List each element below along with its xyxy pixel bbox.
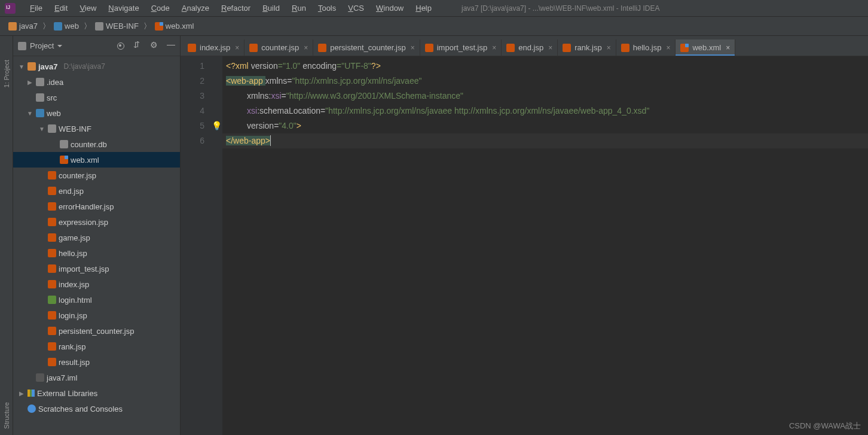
- menu-file[interactable]: File: [24, 1, 48, 15]
- tree-item-java7[interactable]: java7D:\java\java7: [13, 59, 180, 74]
- close-icon[interactable]: ×: [726, 44, 730, 52]
- tree-arrow-icon[interactable]: [18, 390, 25, 397]
- menu-tools[interactable]: Tools: [312, 1, 342, 15]
- jsp-icon: [318, 44, 326, 52]
- breadcrumb-item[interactable]: web.xml: [151, 20, 198, 32]
- jsp-icon: [425, 44, 433, 52]
- breadcrumb-item[interactable]: java7: [5, 20, 41, 32]
- editor-tab-hello-jsp[interactable]: hello.jsp×: [616, 39, 676, 56]
- chevron-down-icon[interactable]: [57, 45, 62, 50]
- close-icon[interactable]: ×: [607, 44, 611, 52]
- tree-item-end-jsp[interactable]: end.jsp: [13, 183, 180, 199]
- tree-item-external-libraries[interactable]: External Libraries: [13, 385, 180, 401]
- tree-item-errorhandler-jsp[interactable]: errorHandler.jsp: [13, 199, 180, 214]
- editor-tab-end-jsp[interactable]: end.jsp×: [502, 39, 558, 56]
- folder-gray-icon: [36, 78, 44, 86]
- tree-item-persistent_counter-jsp[interactable]: persistent_counter.jsp: [13, 323, 180, 339]
- editor-area: index.jsp×counter.jsp×persistent_counter…: [181, 36, 868, 435]
- close-icon[interactable]: ×: [666, 44, 670, 52]
- tree-item-counter-jsp[interactable]: counter.jsp: [13, 168, 180, 183]
- tree-item-web-inf[interactable]: WEB-INF: [13, 121, 180, 136]
- close-icon[interactable]: ×: [548, 44, 552, 52]
- menu-analyze[interactable]: Analyze: [176, 1, 215, 15]
- menu-bar: FileEditViewNavigateCodeAnalyzeRefactorB…: [0, 0, 868, 17]
- breadcrumb-item[interactable]: WEB-INF: [91, 20, 142, 32]
- jsp-icon: [48, 187, 56, 195]
- tree-item-java7-iml[interactable]: java7.iml: [13, 370, 180, 385]
- close-icon[interactable]: ×: [492, 44, 496, 52]
- editor-tab-import_test-jsp[interactable]: import_test.jsp×: [420, 39, 502, 56]
- tree-item--idea[interactable]: .idea: [13, 74, 180, 90]
- tree-item-hello-jsp[interactable]: hello.jsp: [13, 245, 180, 261]
- breadcrumb-item[interactable]: web: [50, 20, 82, 32]
- menu-view[interactable]: View: [74, 1, 102, 15]
- locate-icon[interactable]: [117, 42, 125, 50]
- tree-item-index-jsp[interactable]: index.jsp: [13, 276, 180, 292]
- tree-item-web[interactable]: web: [13, 105, 180, 121]
- close-icon[interactable]: ×: [235, 44, 239, 52]
- tool-window-bar-left: 1: Project Structure: [0, 36, 13, 435]
- project-tree[interactable]: java7D:\java\java7.ideasrcwebWEB-INFcoun…: [13, 56, 180, 435]
- db-icon: [60, 140, 68, 148]
- tree-arrow-icon[interactable]: [26, 110, 33, 117]
- folder-icon: [8, 22, 17, 31]
- project-view-icon: [18, 42, 26, 50]
- editor-tab-web-xml[interactable]: web.xml×: [676, 39, 735, 56]
- close-icon[interactable]: ×: [304, 44, 308, 52]
- editor-tab-rank-jsp[interactable]: rank.jsp×: [558, 39, 616, 56]
- intention-bulb-icon[interactable]: 💡: [210, 118, 222, 133]
- editor-tab-index-jsp[interactable]: index.jsp×: [183, 39, 244, 56]
- tree-item-counter-db[interactable]: counter.db: [13, 136, 180, 152]
- jsp-icon: [48, 358, 56, 366]
- editor-tab-counter-jsp[interactable]: counter.jsp×: [244, 39, 313, 56]
- jsp-icon: [48, 264, 56, 273]
- tool-tab-structure[interactable]: Structure: [3, 402, 10, 429]
- xml-icon: [155, 22, 163, 31]
- lib-icon: [27, 390, 35, 397]
- tree-item-login-html[interactable]: login.html: [13, 292, 180, 308]
- line-number-gutter: 123456: [181, 56, 210, 435]
- menu-vcs[interactable]: VCS: [342, 1, 370, 15]
- project-header: Project: [13, 36, 180, 56]
- gear-icon[interactable]: [150, 42, 158, 50]
- tree-item-web-xml[interactable]: web.xml: [13, 152, 180, 168]
- tree-item-src[interactable]: src: [13, 90, 180, 105]
- collapse-icon[interactable]: [133, 42, 142, 50]
- menu-edit[interactable]: Edit: [48, 1, 74, 15]
- tree-arrow-icon[interactable]: [18, 63, 25, 70]
- current-line-highlight: [222, 133, 868, 148]
- tree-item-game-jsp[interactable]: game.jsp: [13, 230, 180, 245]
- menu-code[interactable]: Code: [145, 1, 176, 15]
- tree-item-import_test-jsp[interactable]: import_test.jsp: [13, 261, 180, 276]
- jsp-icon: [48, 327, 56, 335]
- watermark: CSDN @WAWA战士: [789, 421, 861, 431]
- menu-window[interactable]: Window: [370, 1, 409, 15]
- menu-refactor[interactable]: Refactor: [215, 1, 256, 15]
- hide-icon[interactable]: [167, 42, 175, 50]
- html-icon: [48, 296, 56, 304]
- jsp-icon: [48, 202, 56, 211]
- menu-run[interactable]: Run: [286, 1, 312, 15]
- menu-build[interactable]: Build: [256, 1, 286, 15]
- close-icon[interactable]: ×: [411, 44, 415, 52]
- editor-tab-persistent_counter-jsp[interactable]: persistent_counter.jsp×: [313, 39, 420, 56]
- app-icon: [5, 3, 16, 14]
- tree-item-result-jsp[interactable]: result.jsp: [13, 354, 180, 370]
- tree-item-expression-jsp[interactable]: expression.jsp: [13, 214, 180, 230]
- iml-icon: [36, 373, 44, 382]
- tool-tab-project[interactable]: 1: Project: [3, 60, 10, 87]
- tree-arrow-icon[interactable]: [38, 126, 45, 132]
- breadcrumb-bar: java7〉web〉WEB-INF〉web.xml: [0, 17, 868, 36]
- tree-item-login-jsp[interactable]: login.jsp: [13, 308, 180, 323]
- menu-navigate[interactable]: Navigate: [102, 1, 145, 15]
- code-area[interactable]: 123456 💡 <?xml version="1.0" encoding="U…: [181, 56, 868, 435]
- editor-tabs: index.jsp×counter.jsp×persistent_counter…: [181, 36, 868, 56]
- jsp-icon: [621, 44, 629, 52]
- project-tool-window: Project java7D:\java\java7.ideasrcwebWEB…: [13, 36, 181, 435]
- tree-arrow-icon[interactable]: [26, 79, 33, 86]
- code-content[interactable]: <?xml version="1.0" encoding="UTF-8"?> <…: [222, 56, 868, 435]
- jsp-icon: [188, 44, 196, 52]
- menu-help[interactable]: Help: [409, 1, 438, 15]
- tree-item-scratches-and-consoles[interactable]: Scratches and Consoles: [13, 401, 180, 416]
- tree-item-rank-jsp[interactable]: rank.jsp: [13, 339, 180, 354]
